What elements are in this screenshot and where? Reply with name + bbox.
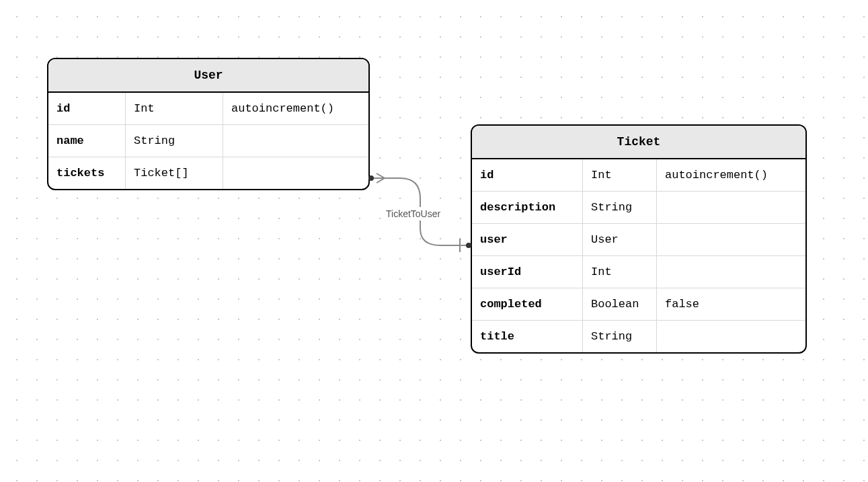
table-row: tickets Ticket[] — [48, 157, 368, 189]
field-type: Boolean — [583, 288, 657, 320]
field-type: String — [583, 192, 657, 223]
table-row: user User — [472, 224, 805, 256]
field-name: completed — [472, 288, 583, 320]
table-row: description String — [472, 192, 805, 224]
field-attr — [223, 125, 368, 157]
field-name: id — [48, 93, 126, 124]
field-attr — [657, 224, 805, 255]
field-type: User — [583, 224, 657, 255]
field-type: String — [126, 125, 223, 157]
table-row: title String — [472, 321, 805, 352]
field-type: Ticket[] — [126, 157, 223, 189]
field-attr: autoincrement() — [223, 93, 368, 124]
entity-header-user: User — [48, 59, 368, 93]
field-name: description — [472, 192, 583, 223]
field-name: name — [48, 125, 126, 157]
field-type: String — [583, 321, 657, 352]
field-name: user — [472, 224, 583, 255]
field-name: title — [472, 321, 583, 352]
field-attr — [657, 256, 805, 288]
field-attr — [657, 192, 805, 223]
field-name: tickets — [48, 157, 126, 189]
field-type: Int — [583, 256, 657, 288]
table-row: name String — [48, 125, 368, 157]
field-name: userId — [472, 256, 583, 288]
field-type: Int — [126, 93, 223, 124]
field-attr: autoincrement() — [657, 159, 805, 191]
entity-header-ticket: Ticket — [472, 126, 805, 159]
field-type: Int — [583, 159, 657, 191]
field-attr — [223, 157, 368, 189]
field-attr: false — [657, 288, 805, 320]
table-row: id Int autoincrement() — [48, 93, 368, 125]
entity-table-ticket[interactable]: Ticket id Int autoincrement() descriptio… — [471, 124, 807, 354]
field-name: id — [472, 159, 583, 191]
relation-label: TicketToUser — [383, 207, 443, 220]
table-row: userId Int — [472, 256, 805, 288]
table-row: completed Boolean false — [472, 288, 805, 321]
field-attr — [657, 321, 805, 352]
table-row: id Int autoincrement() — [472, 159, 805, 192]
entity-table-user[interactable]: User id Int autoincrement() name String … — [47, 58, 370, 190]
